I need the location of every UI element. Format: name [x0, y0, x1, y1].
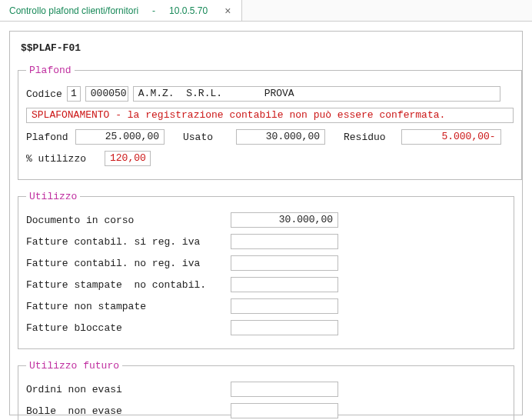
plafond-label: Plafond: [26, 132, 71, 143]
fut-label: Bolle non evase: [26, 405, 226, 417]
util-value: [231, 298, 338, 314]
usato-label: Usato: [183, 132, 213, 143]
group-utilizzo: Utilizzo Documento in corso30.000,00 Fat…: [18, 191, 514, 349]
close-icon[interactable]: ×: [221, 5, 234, 17]
usato-value: 30.000,00: [236, 129, 325, 145]
fut-value: [231, 382, 338, 397]
residuo-value: 5.000,00-: [401, 129, 501, 145]
pct-value: 120,00: [105, 151, 151, 166]
group-futuro: Utilizzo futuro Ordini non evasi Bolle n…: [18, 360, 514, 420]
util-value: [231, 320, 338, 335]
util-label: Fatture contabil. si reg. iva: [26, 236, 226, 248]
warning-field: SPLAFONAMENTO - la registrazione contabi…: [26, 108, 514, 123]
util-label: Documento in corso: [26, 215, 226, 226]
tab-bar: Controllo plafond clienti/fornitori - 10…: [0, 0, 532, 22]
util-value: [231, 255, 338, 271]
plafond-value: 25.000,00: [75, 129, 165, 145]
codice-num-field[interactable]: 000050: [85, 86, 128, 102]
screen-id: $$PLAF-F01: [21, 42, 514, 54]
util-label: Fatture contabil. no reg. iva: [26, 258, 226, 269]
pct-label: % utilizzo: [26, 153, 100, 165]
util-value: [231, 277, 338, 292]
legend-utilizzo: Utilizzo: [26, 191, 80, 202]
fut-value: [231, 403, 338, 418]
page-frame: $$PLAF-F01 Plafond Codice 1 000050 A.M.Z…: [9, 31, 523, 415]
tab-sep: -: [152, 5, 155, 16]
group-plafond: Plafond Codice 1 000050 A.M.Z. S.R.L. PR…: [18, 65, 522, 180]
util-label: Fatture stampate no contabil.: [26, 279, 226, 291]
util-value: [231, 234, 338, 249]
tab-active[interactable]: Controllo plafond clienti/fornitori - 10…: [0, 0, 242, 21]
residuo-label: Residuo: [344, 132, 386, 143]
codice-label: Codice: [26, 88, 62, 100]
util-label: Fatture non stampate: [26, 301, 226, 312]
util-label: Fatture bloccate: [26, 322, 226, 334]
fut-label: Ordini non evasi: [26, 384, 226, 395]
tab-title: Controllo plafond clienti/fornitori: [9, 5, 138, 16]
util-value: 30.000,00: [231, 212, 338, 228]
legend-plafond: Plafond: [26, 65, 75, 76]
legend-futuro: Utilizzo futuro: [26, 360, 122, 372]
tab-version: 10.0.5.70: [169, 5, 208, 16]
codice-name-field: A.M.Z. S.R.L. PROVA: [133, 86, 500, 102]
codice-type-field[interactable]: 1: [67, 86, 81, 102]
